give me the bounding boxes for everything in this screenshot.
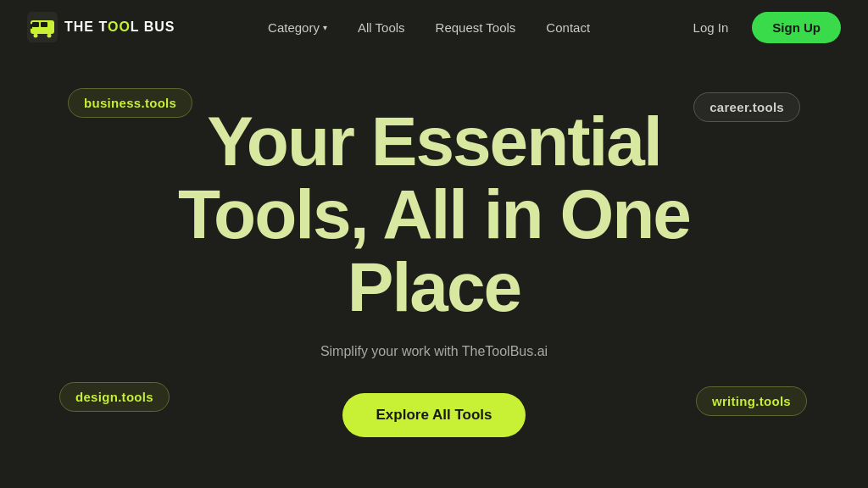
logo-icon <box>27 12 58 42</box>
signup-button[interactable]: Sign Up <box>752 12 841 43</box>
hero-subtitle: Simplify your work with TheToolBus.ai <box>320 344 548 359</box>
navbar: THE TOOL BUS Category ▾ All Tools Reques… <box>0 0 868 54</box>
hero-title: Your Essential Tools, All in One Place <box>178 105 690 324</box>
logo[interactable]: THE TOOL BUS <box>27 12 175 42</box>
nav-contact[interactable]: Contact <box>546 20 590 35</box>
svg-rect-2 <box>32 22 39 27</box>
tag-business: business.tools <box>68 88 192 118</box>
nav-category[interactable]: Category ▾ <box>268 20 327 35</box>
svg-point-5 <box>47 34 52 38</box>
svg-rect-6 <box>31 24 32 29</box>
nav-all-tools[interactable]: All Tools <box>358 20 405 35</box>
tag-career: career.tools <box>693 92 800 122</box>
logo-highlight: OO <box>108 19 131 34</box>
svg-point-4 <box>34 34 38 38</box>
tag-design: design.tools <box>59 382 170 412</box>
nav-request-tools[interactable]: Request Tools <box>436 20 516 35</box>
nav-links: Category ▾ All Tools Request Tools Conta… <box>268 20 590 35</box>
chevron-down-icon: ▾ <box>323 23 327 32</box>
nav-actions: Log In Sign Up <box>683 12 841 43</box>
svg-rect-3 <box>41 22 47 27</box>
logo-text: THE TOOL BUS <box>64 19 175 35</box>
tag-writing: writing.tools <box>696 386 807 416</box>
login-button[interactable]: Log In <box>683 14 739 42</box>
hero-section: business.tools career.tools design.tools… <box>0 54 868 488</box>
explore-button[interactable]: Explore All Tools <box>342 393 526 437</box>
